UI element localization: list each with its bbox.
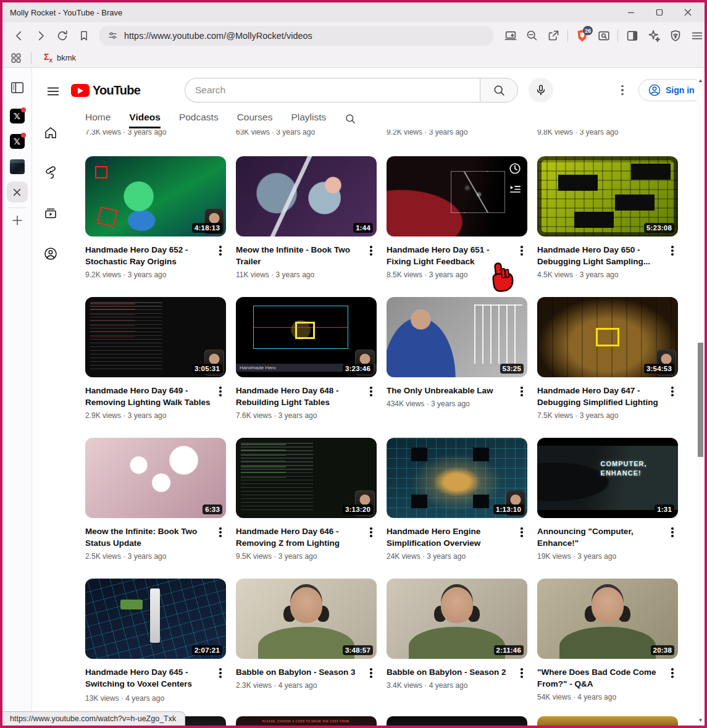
thumbnail[interactable]: Handmade Hero 3:23:46	[236, 297, 377, 377]
guide-home-button[interactable]	[43, 125, 58, 143]
video-title[interactable]: Handmade Hero Day 652 - Stochastic Ray O…	[85, 244, 215, 267]
video-card[interactable]: 3:13:20 Handmade Hero Day 646 - Removing…	[236, 438, 377, 579]
search-button[interactable]	[480, 78, 518, 103]
guide-button[interactable]	[46, 84, 61, 101]
zoom-out-button[interactable]	[522, 25, 542, 46]
bookmark-item[interactable]: Σx bkmk	[40, 51, 80, 65]
thumbnail[interactable]: 3:54:53	[537, 297, 678, 377]
menu-button[interactable]	[687, 25, 707, 46]
video-menu-button[interactable]	[366, 666, 377, 678]
video-menu-button[interactable]	[366, 385, 377, 408]
thumbnail[interactable]: 5:23:08	[537, 156, 678, 236]
send-to-device-button[interactable]	[500, 25, 521, 46]
video-title[interactable]: Handmade Hero Day 646 - Removing Z from …	[236, 525, 366, 549]
thumbnail[interactable]: 1:13:10	[387, 438, 527, 518]
scrollbar-thumb[interactable]	[698, 343, 703, 457]
video-menu-button[interactable]	[667, 525, 678, 549]
apps-grid-icon[interactable]	[10, 52, 22, 64]
video-card[interactable]: 4:18:13 Handmade Hero Day 652 - Stochast…	[85, 156, 226, 297]
video-menu-button[interactable]	[516, 525, 527, 549]
guide-shorts-button[interactable]	[43, 165, 58, 182]
sidebar-tab-thumbnail[interactable]	[10, 159, 25, 174]
video-card[interactable]: 2:07:21 Handmade Hero Day 645 - Switchin…	[85, 579, 226, 719]
video-menu-button[interactable]	[215, 666, 226, 691]
forward-button[interactable]	[30, 25, 51, 46]
video-menu-button[interactable]	[366, 244, 377, 267]
thumbnail[interactable]: 3:05:31	[85, 297, 226, 377]
video-card[interactable]: 1:44 Meow the Infinite - Book Two Traile…	[236, 156, 377, 297]
video-title[interactable]: Babble on Babylon - Season 2	[387, 666, 516, 678]
video-title[interactable]: The Only Unbreakable Law	[387, 385, 516, 396]
video-menu-button[interactable]	[516, 666, 527, 678]
thumbnail[interactable]: COMPUTER, ENHANCE! 1:31	[537, 438, 678, 518]
back-button[interactable]	[9, 25, 29, 46]
video-title[interactable]: Babble on Babylon - Season 3	[236, 666, 366, 678]
thumbnail[interactable]: 3:13:20	[236, 438, 377, 518]
leo-ai-button[interactable]	[643, 25, 664, 46]
video-title[interactable]: Handmade Hero Day 649 - Removing Lightin…	[85, 385, 215, 408]
video-card[interactable]: COMPUTER, ENHANCE! 1:31 Announcing "Comp…	[537, 438, 678, 579]
site-settings-icon[interactable]	[107, 30, 118, 41]
video-title[interactable]: Meow the Infinite: Book Two Status Updat…	[85, 525, 215, 549]
bookmark-button[interactable]	[73, 25, 94, 46]
add-to-queue-icon[interactable]	[508, 182, 522, 196]
video-card[interactable]: 3:54:53 Handmade Hero Day 647 - Debuggin…	[537, 297, 678, 438]
tab-videos[interactable]: Videos	[129, 112, 161, 128]
video-title[interactable]: Handmade Hero Day 647 - Debugging Simpli…	[537, 385, 667, 408]
video-card[interactable]: 1:13:10 Handmade Hero Engine Simplificat…	[387, 438, 527, 579]
video-title[interactable]: Handmade Hero Day 648 - Rebuilding Light…	[236, 385, 366, 408]
close-button[interactable]	[674, 2, 702, 22]
page-scrollbar[interactable]: ▲ ▼	[697, 68, 705, 726]
sign-in-button[interactable]: Sign in	[638, 79, 704, 101]
tab-podcasts[interactable]: Podcasts	[179, 112, 219, 128]
tabs-search-icon-wrap[interactable]	[345, 113, 356, 127]
tab-home[interactable]: Home	[85, 112, 111, 128]
minimize-button[interactable]	[617, 2, 645, 22]
sidebar-tab-x-1[interactable]: 𝕏	[10, 109, 25, 123]
thumbnail[interactable]: 1:44	[236, 156, 377, 236]
reading-list-panel-button[interactable]	[9, 80, 25, 96]
thumbnail[interactable]	[387, 156, 527, 236]
video-card[interactable]: 53:25 The Only Unbreakable Law 434K view…	[387, 297, 527, 438]
video-card[interactable]: Handmade Hero 3:23:46 Handmade Hero Day …	[236, 297, 377, 438]
brave-shield-button[interactable]: 26	[572, 25, 592, 46]
reload-button[interactable]	[52, 25, 72, 46]
guide-subscriptions-button[interactable]	[43, 206, 58, 223]
thumbnail[interactable]: 53:25	[387, 297, 527, 377]
scroll-up-arrow[interactable]: ▲	[697, 76, 705, 85]
sidebar-tab-x-2[interactable]: 𝕏	[10, 134, 25, 149]
video-card[interactable]: 3:48:57 Babble on Babylon - Season 3 2.3…	[236, 579, 377, 719]
sidebar-close-button[interactable]	[7, 182, 28, 203]
video-menu-button[interactable]	[215, 244, 226, 267]
video-menu-button[interactable]	[667, 244, 678, 267]
thumbnail[interactable]: 2:07:21	[85, 579, 226, 659]
video-title[interactable]: Handmade Hero Day 650 - Debugging Light …	[537, 244, 667, 267]
search-input[interactable]	[185, 78, 480, 103]
thumbnail[interactable]: 3:48:57	[236, 579, 377, 659]
video-card[interactable]: 6:33 Meow the Infinite: Book Two Status …	[85, 438, 226, 579]
thumbnail[interactable]: 4:18:13	[85, 156, 226, 236]
video-menu-button[interactable]	[215, 525, 226, 549]
thumbnail[interactable]: 2:11:46	[387, 579, 527, 659]
partial-thumbnail[interactable]	[537, 716, 678, 726]
video-menu-button[interactable]	[516, 244, 527, 267]
video-card[interactable]: 20:38 "Where Does Bad Code Come From?" -…	[537, 579, 678, 719]
thumbnail[interactable]: 20:38	[537, 579, 678, 659]
video-menu-button[interactable]	[366, 525, 377, 549]
partial-thumbnail[interactable]	[387, 716, 527, 726]
video-menu-button[interactable]	[667, 385, 678, 408]
vpn-button[interactable]	[665, 25, 685, 46]
settings-kebab-button[interactable]	[615, 83, 630, 98]
youtube-logo[interactable]: YouTube	[71, 83, 140, 98]
video-card[interactable]: 5:23:08 Handmade Hero Day 650 - Debuggin…	[537, 156, 678, 297]
url-bar[interactable]: https://www.youtube.com/@MollyRocket/vid…	[99, 26, 494, 46]
sidebar-add-button[interactable]	[12, 215, 23, 226]
video-title[interactable]: Handmade Hero Engine Simplification Over…	[387, 525, 516, 549]
video-menu-button[interactable]	[667, 666, 678, 690]
tab-courses[interactable]: Courses	[237, 112, 273, 128]
url-text[interactable]: https://www.youtube.com/@MollyRocket/vid…	[124, 31, 312, 41]
guide-you-button[interactable]	[43, 246, 58, 264]
partial-thumbnail[interactable]: PLEASE, CHOOSE A CARD TO DRAW THE COST F…	[236, 716, 377, 726]
video-card[interactable]: 2:11:46 Babble on Babylon - Season 2 3.4…	[387, 579, 527, 719]
video-title[interactable]: Announcing "Computer, Enhance!"	[537, 525, 667, 549]
